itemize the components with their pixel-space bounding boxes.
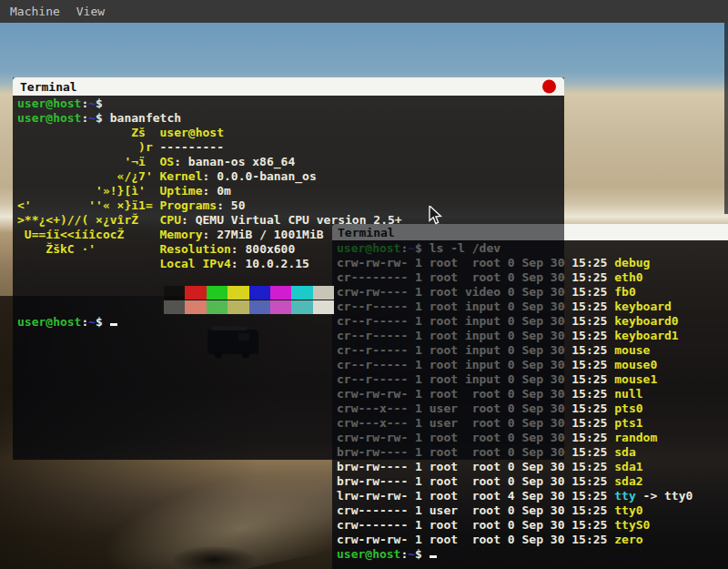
- menu-bar: Machine View: [0, 0, 728, 23]
- color-palette-block: [270, 286, 291, 300]
- terminal-line: brw-rw---- 1 root root 0 Sep 30 15:25 sd…: [337, 460, 728, 474]
- terminal-line: user@host:~$: [337, 547, 728, 562]
- color-palette-block: [291, 286, 312, 300]
- terminal-line: Zš user@host: [17, 126, 560, 140]
- terminal-line: lrw-rw-rw- 1 root root 4 Sep 30 15:25 tt…: [337, 489, 728, 503]
- menu-machine[interactable]: Machine: [10, 5, 60, 18]
- terminal-line: )r ---------: [17, 140, 560, 155]
- vm-screen: Machine View Terminal user@host:~$ ls -l…: [0, 0, 728, 569]
- terminal-line: user@host:~$ bananfetch: [17, 111, 560, 126]
- terminal-line: [17, 300, 560, 315]
- color-palette-block: [249, 300, 270, 314]
- terminal-line: >**¿<+)//( ×¿vîrŽ CPU: QEMU Virtual CPU …: [17, 213, 560, 228]
- terminal-line: crw------- 1 user root 0 Sep 30 15:25 tt…: [337, 503, 728, 518]
- terminal-line: '¬ï OS: banan-os x86_64: [17, 155, 560, 169]
- text-cursor: [110, 323, 117, 326]
- window-title-1: Terminal: [20, 80, 77, 94]
- terminal-line: '»!}[ì' Uptime: 0m: [17, 184, 560, 198]
- color-palette-block: [228, 286, 248, 300]
- terminal-line: crw------- 1 root root 0 Sep 30 15:25 tt…: [337, 518, 728, 533]
- color-palette-block: [228, 300, 248, 314]
- terminal-window-1: Terminal user@host:~$ user@host:~$ banan…: [13, 77, 564, 460]
- terminal-output-1[interactable]: user@host:~$ user@host:~$ bananfetch Zš …: [13, 96, 564, 460]
- color-palette-block: [207, 300, 228, 314]
- color-palette-row: [164, 286, 334, 300]
- color-palette-row: [164, 300, 334, 314]
- window-titlebar-1[interactable]: Terminal: [13, 77, 564, 96]
- terminal-line: Local IPv4: 10.0.2.15: [17, 257, 560, 271]
- color-palette-block: [185, 286, 206, 300]
- color-palette-block: [313, 300, 334, 314]
- terminal-line: [17, 271, 560, 286]
- wallpaper-dark-bush: [173, 546, 255, 569]
- color-palette-block: [249, 286, 270, 300]
- terminal-line: U==íï<<ííîcocŽ Memory: 27MiB / 1001MiB: [17, 228, 560, 242]
- terminal-line: user@host:~$: [17, 97, 560, 111]
- terminal-line: user@host:~$: [17, 315, 560, 330]
- color-palette-block: [207, 286, 228, 300]
- color-palette-block: [291, 300, 312, 314]
- terminal-line: ŽškC ·' Resolution: 800x600: [17, 242, 560, 257]
- color-palette-block: [164, 300, 185, 314]
- close-button[interactable]: [542, 80, 556, 94]
- color-palette-block: [270, 300, 291, 314]
- mouse-cursor: [429, 206, 443, 226]
- terminal-line: crw-rw-rw- 1 root root 0 Sep 30 15:25 ze…: [337, 533, 728, 547]
- terminal-line: <' ''« ×}ï1= Programs: 50: [17, 198, 560, 213]
- terminal-line: brw-rw---- 1 root root 0 Sep 30 15:25 sd…: [337, 474, 728, 489]
- wallpaper-right-edge-shadow: [724, 23, 728, 214]
- terminal-line: [17, 286, 560, 300]
- menu-view[interactable]: View: [76, 5, 105, 18]
- text-cursor: [430, 555, 437, 558]
- color-palette-block: [313, 286, 334, 300]
- terminal-line: «/¿7' Kernel: 0.0.0-banan_os: [17, 169, 560, 184]
- color-palette-block: [185, 300, 206, 314]
- color-palette-block: [164, 286, 185, 300]
